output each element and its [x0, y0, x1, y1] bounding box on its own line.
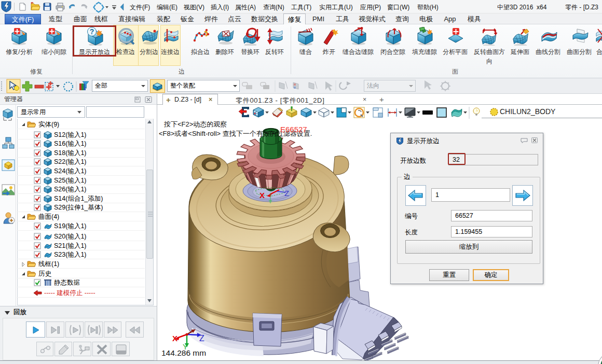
svg-text:Z: Z	[284, 189, 289, 198]
svg-text:X: X	[259, 191, 265, 200]
svg-text:Z: Z	[199, 334, 204, 343]
svg-text:X: X	[172, 334, 177, 343]
